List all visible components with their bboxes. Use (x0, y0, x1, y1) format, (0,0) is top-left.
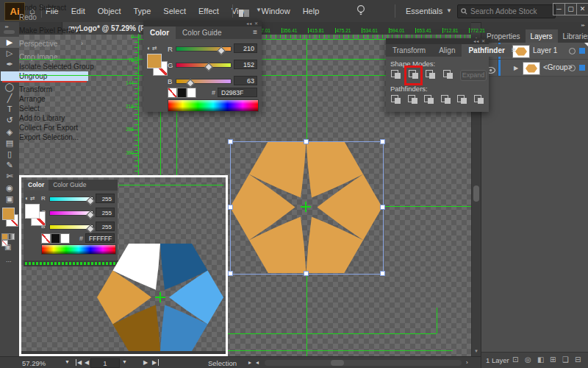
outline-button[interactable] (456, 94, 469, 105)
menu-item-undo-subtract[interactable]: Undo Subtract (1, 3, 88, 13)
channel-slider[interactable] (176, 63, 232, 68)
toolbar-more-icon[interactable]: ... (6, 256, 12, 263)
new-layer-icon[interactable]: ❑ (562, 355, 569, 364)
clipping-mask-icon[interactable]: ◧ (537, 355, 544, 364)
panel-menu-icon[interactable]: ≡ (512, 44, 520, 57)
selection-handle[interactable] (380, 271, 385, 276)
artboard-number-field[interactable]: 1 (90, 358, 120, 368)
panel-header[interactable]: ◂◂ ✕ (386, 38, 489, 44)
unite-button[interactable] (390, 69, 403, 80)
close-button[interactable]: ✕ (576, 3, 588, 15)
scroll-left-icon[interactable]: ▸ (248, 359, 251, 366)
panel-header[interactable]: ◂◂ ✕ (143, 21, 262, 26)
intersect-button[interactable] (425, 69, 437, 80)
color-mode-button[interactable] (1, 233, 8, 240)
pencil-tool[interactable]: ✎ (0, 160, 19, 171)
selection-handle[interactable] (228, 205, 233, 210)
tab-color[interactable]: Color (143, 26, 176, 39)
maximize-button[interactable]: ▢ (564, 3, 577, 15)
color-spectrum[interactable] (168, 99, 259, 112)
status-readout[interactable]: Selection (208, 359, 237, 367)
tab-pathfinder[interactable]: Pathfinder (462, 44, 511, 57)
locate-icon[interactable]: ◎ (525, 355, 531, 364)
none-swatch[interactable] (168, 88, 177, 98)
scissors-tool[interactable]: ✄ (0, 171, 19, 182)
layer-thumbnail[interactable] (523, 62, 540, 75)
target-circle-icon[interactable] (569, 48, 576, 54)
quick-swatches[interactable] (168, 88, 196, 98)
menu-window[interactable]: Window (262, 7, 290, 15)
menu-object[interactable]: Object (98, 7, 121, 15)
scroll-thumb[interactable] (331, 360, 344, 366)
menu-effect[interactable]: Effect (198, 7, 219, 15)
workspace-icon[interactable] (239, 7, 250, 20)
last-artboard-icon[interactable]: ▶ (152, 359, 159, 366)
scroll-down-icon[interactable]: ▼ (474, 349, 478, 353)
chevron-down-icon[interactable]: ▼ (256, 7, 262, 13)
menu-select[interactable]: Select (163, 7, 186, 15)
scroll-left2-icon[interactable]: ◂ (256, 359, 259, 366)
selection-handle[interactable] (228, 271, 233, 276)
tab-libraries[interactable]: Libraries (558, 29, 588, 43)
selection-handle[interactable] (304, 271, 309, 276)
draw-mode-button[interactable]: ▣ (4, 243, 11, 251)
merge-button[interactable] (423, 94, 436, 105)
layer-row[interactable]: ▶<Group> (481, 60, 588, 77)
delete-icon[interactable]: ⊟ (575, 355, 581, 364)
white-swatch[interactable] (187, 88, 196, 98)
lightbulb-icon[interactable] (356, 4, 365, 19)
collect-export-icon[interactable]: ⊡ (512, 355, 518, 364)
artboard-tool[interactable]: ▣ (0, 194, 19, 205)
panel-menu-icon[interactable]: ≡ (253, 26, 262, 39)
tab-transform[interactable]: Transform (386, 44, 432, 57)
tab-color-guide[interactable]: Color Guide (176, 26, 228, 39)
selection-indicator[interactable] (579, 48, 585, 54)
fill-swatch[interactable] (147, 54, 162, 68)
channel-value-field[interactable]: 63 (234, 76, 257, 85)
menu-type[interactable]: Type (134, 7, 151, 15)
trim-button[interactable] (407, 94, 420, 105)
channel-slider[interactable] (176, 79, 232, 84)
layer-name[interactable]: Layer 1 (533, 46, 557, 54)
workspace-switcher[interactable]: Essentials (406, 7, 442, 15)
fill-stroke-swatches[interactable] (147, 54, 169, 76)
tab-align[interactable]: Align (432, 44, 462, 57)
hand-tool[interactable]: ◉ (0, 183, 19, 194)
horizontal-scrollbar[interactable] (265, 360, 462, 366)
scroll-right-icon[interactable]: › (466, 359, 468, 366)
selection-handle[interactable] (380, 139, 385, 144)
selection-bounding-box[interactable] (230, 141, 384, 275)
selection-handle[interactable] (380, 205, 385, 210)
black-swatch[interactable] (177, 88, 187, 98)
gradient-mode-button[interactable] (8, 233, 15, 240)
exclude-button[interactable] (442, 69, 455, 80)
grayscale-swap-icons[interactable]: ◐ ⇄ (147, 45, 157, 52)
crop-button[interactable] (440, 94, 453, 105)
menu-help[interactable]: Help (303, 7, 320, 15)
layer-name[interactable]: <Group> (543, 63, 572, 71)
first-artboard-icon[interactable]: ◀ (76, 359, 82, 366)
chevron-down-icon[interactable]: ▼ (446, 7, 452, 14)
hex-value-field[interactable]: D2983F (218, 88, 257, 97)
artboard-dropdown-icon[interactable]: ▼ (122, 359, 127, 364)
divide-button[interactable] (390, 94, 403, 105)
scroll-thumb[interactable] (473, 185, 479, 202)
zoom-level[interactable]: 57.29% (22, 359, 46, 367)
minimize-button[interactable]: ─ (553, 3, 565, 15)
target-circle-icon[interactable] (569, 65, 576, 71)
search-input[interactable]: Search Adobe Stock (457, 4, 556, 18)
expand-button[interactable]: Expand (460, 70, 487, 81)
channel-value-field[interactable]: 210 (234, 43, 257, 53)
channel-value-field[interactable]: 152 (234, 60, 257, 69)
selection-handle[interactable] (304, 139, 309, 144)
fill-color-swatch[interactable] (2, 208, 15, 220)
next-artboard-icon[interactable]: ▶ (143, 359, 148, 366)
expand-chevron-icon[interactable]: ▶ (514, 65, 518, 71)
prev-artboard-icon[interactable]: ◀ (85, 359, 89, 366)
selection-indicator[interactable] (579, 65, 585, 71)
minus-back-button[interactable] (473, 94, 486, 105)
rectangle-tool[interactable]: ▯ (0, 149, 19, 160)
selection-handle[interactable] (228, 139, 233, 144)
dock-collapse-icon[interactable]: ▸▸ (481, 22, 588, 28)
zoom-dropdown-icon[interactable]: ▼ (65, 359, 70, 364)
